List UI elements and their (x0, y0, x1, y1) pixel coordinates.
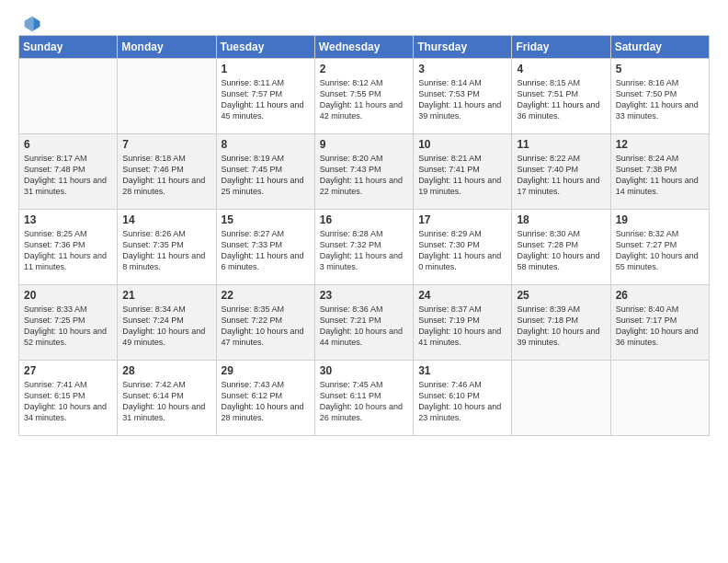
calendar-week-row-3: 20Sunrise: 8:33 AM Sunset: 7:25 PM Dayli… (19, 285, 710, 361)
calendar-cell-w0d0 (19, 59, 118, 134)
calendar-cell-w0d4: 3Sunrise: 8:14 AM Sunset: 7:53 PM Daylig… (414, 59, 512, 134)
day-number: 2 (320, 63, 408, 75)
calendar-cell-w2d2: 15Sunrise: 8:27 AM Sunset: 7:33 PM Dayli… (216, 210, 314, 285)
calendar-table: SundayMondayTuesdayWednesdayThursdayFrid… (18, 35, 710, 436)
calendar-cell-w2d6: 19Sunrise: 8:32 AM Sunset: 7:27 PM Dayli… (610, 210, 709, 285)
day-number: 29 (222, 364, 310, 377)
calendar-cell-w4d1: 28Sunrise: 7:42 AM Sunset: 6:14 PM Dayli… (118, 361, 216, 436)
day-info: Sunrise: 8:32 AM Sunset: 7:27 PM Dayligh… (616, 228, 704, 273)
day-info: Sunrise: 8:40 AM Sunset: 7:17 PM Dayligh… (616, 304, 704, 349)
logo (18, 15, 41, 29)
day-info: Sunrise: 7:45 AM Sunset: 6:11 PM Dayligh… (320, 379, 408, 424)
day-number: 7 (122, 138, 210, 151)
calendar-cell-w3d0: 20Sunrise: 8:33 AM Sunset: 7:25 PM Dayli… (19, 285, 118, 361)
day-info: Sunrise: 8:37 AM Sunset: 7:19 PM Dayligh… (418, 304, 506, 349)
calendar-header-monday: Monday (118, 36, 216, 59)
calendar-cell-w4d3: 30Sunrise: 7:45 AM Sunset: 6:11 PM Dayli… (314, 361, 413, 436)
calendar-header-thursday: Thursday (414, 36, 512, 59)
calendar-cell-w2d5: 18Sunrise: 8:30 AM Sunset: 7:28 PM Dayli… (512, 210, 610, 285)
calendar-week-row-0: 1Sunrise: 8:11 AM Sunset: 7:57 PM Daylig… (19, 59, 710, 134)
calendar-header-friday: Friday (512, 36, 610, 59)
day-number: 23 (320, 289, 408, 302)
calendar-header-saturday: Saturday (610, 36, 709, 59)
calendar-cell-w3d1: 21Sunrise: 8:34 AM Sunset: 7:24 PM Dayli… (118, 285, 216, 361)
calendar-cell-w1d3: 9Sunrise: 8:20 AM Sunset: 7:43 PM Daylig… (314, 134, 413, 210)
day-info: Sunrise: 8:39 AM Sunset: 7:18 PM Dayligh… (517, 304, 605, 349)
calendar-cell-w3d3: 23Sunrise: 8:36 AM Sunset: 7:21 PM Dayli… (314, 285, 413, 361)
day-number: 24 (418, 289, 506, 302)
day-info: Sunrise: 8:28 AM Sunset: 7:32 PM Dayligh… (320, 228, 408, 273)
calendar-cell-w4d5 (512, 361, 610, 436)
calendar-cell-w1d0: 6Sunrise: 8:17 AM Sunset: 7:48 PM Daylig… (19, 134, 118, 210)
day-info: Sunrise: 8:21 AM Sunset: 7:41 PM Dayligh… (418, 153, 506, 198)
day-info: Sunrise: 8:29 AM Sunset: 7:30 PM Dayligh… (418, 228, 506, 273)
day-number: 10 (418, 138, 506, 151)
calendar-cell-w1d4: 10Sunrise: 8:21 AM Sunset: 7:41 PM Dayli… (414, 134, 512, 210)
day-number: 9 (320, 138, 408, 151)
day-number: 6 (24, 138, 112, 151)
calendar-cell-w0d1 (118, 59, 216, 134)
calendar-week-row-4: 27Sunrise: 7:41 AM Sunset: 6:15 PM Dayli… (19, 361, 710, 436)
day-number: 20 (24, 289, 112, 302)
day-number: 17 (418, 213, 506, 226)
calendar-cell-w1d2: 8Sunrise: 8:19 AM Sunset: 7:45 PM Daylig… (216, 134, 314, 210)
day-number: 30 (320, 364, 408, 377)
calendar-header-row: SundayMondayTuesdayWednesdayThursdayFrid… (19, 36, 710, 59)
day-number: 4 (517, 63, 605, 75)
day-info: Sunrise: 8:17 AM Sunset: 7:48 PM Dayligh… (24, 153, 112, 198)
day-number: 28 (122, 364, 210, 377)
header (18, 15, 710, 29)
day-info: Sunrise: 8:24 AM Sunset: 7:38 PM Dayligh… (616, 153, 704, 198)
calendar-cell-w4d2: 29Sunrise: 7:43 AM Sunset: 6:12 PM Dayli… (216, 361, 314, 436)
calendar-cell-w2d1: 14Sunrise: 8:26 AM Sunset: 7:35 PM Dayli… (118, 210, 216, 285)
day-info: Sunrise: 8:36 AM Sunset: 7:21 PM Dayligh… (320, 304, 408, 349)
calendar-cell-w0d2: 1Sunrise: 8:11 AM Sunset: 7:57 PM Daylig… (216, 59, 314, 134)
day-info: Sunrise: 7:46 AM Sunset: 6:10 PM Dayligh… (418, 379, 506, 424)
calendar-cell-w1d5: 11Sunrise: 8:22 AM Sunset: 7:40 PM Dayli… (512, 134, 610, 210)
calendar-header-sunday: Sunday (19, 36, 118, 59)
day-info: Sunrise: 8:12 AM Sunset: 7:55 PM Dayligh… (320, 77, 408, 122)
day-info: Sunrise: 8:18 AM Sunset: 7:46 PM Dayligh… (122, 153, 210, 198)
day-number: 3 (418, 63, 506, 75)
calendar-cell-w0d5: 4Sunrise: 8:15 AM Sunset: 7:51 PM Daylig… (512, 59, 610, 134)
day-info: Sunrise: 8:11 AM Sunset: 7:57 PM Dayligh… (222, 77, 310, 122)
calendar-week-row-1: 6Sunrise: 8:17 AM Sunset: 7:48 PM Daylig… (19, 134, 710, 210)
calendar-cell-w3d2: 22Sunrise: 8:35 AM Sunset: 7:22 PM Dayli… (216, 285, 314, 361)
day-info: Sunrise: 8:26 AM Sunset: 7:35 PM Dayligh… (122, 228, 210, 273)
day-info: Sunrise: 8:19 AM Sunset: 7:45 PM Dayligh… (222, 153, 310, 198)
logo-icon (23, 15, 41, 33)
calendar-cell-w2d0: 13Sunrise: 8:25 AM Sunset: 7:36 PM Dayli… (19, 210, 118, 285)
calendar-cell-w3d5: 25Sunrise: 8:39 AM Sunset: 7:18 PM Dayli… (512, 285, 610, 361)
day-number: 11 (517, 138, 605, 151)
day-number: 22 (222, 289, 310, 302)
calendar-cell-w1d6: 12Sunrise: 8:24 AM Sunset: 7:38 PM Dayli… (610, 134, 709, 210)
day-number: 27 (24, 364, 112, 377)
day-info: Sunrise: 8:33 AM Sunset: 7:25 PM Dayligh… (24, 304, 112, 349)
calendar-header-wednesday: Wednesday (314, 36, 413, 59)
calendar-cell-w4d0: 27Sunrise: 7:41 AM Sunset: 6:15 PM Dayli… (19, 361, 118, 436)
day-number: 21 (122, 289, 210, 302)
day-info: Sunrise: 7:41 AM Sunset: 6:15 PM Dayligh… (24, 379, 112, 424)
day-number: 1 (222, 63, 310, 75)
day-info: Sunrise: 8:27 AM Sunset: 7:33 PM Dayligh… (222, 228, 310, 273)
day-number: 13 (24, 213, 112, 226)
calendar-cell-w2d3: 16Sunrise: 8:28 AM Sunset: 7:32 PM Dayli… (314, 210, 413, 285)
day-number: 26 (616, 289, 704, 302)
calendar-cell-w4d4: 31Sunrise: 7:46 AM Sunset: 6:10 PM Dayli… (414, 361, 512, 436)
day-number: 8 (222, 138, 310, 151)
day-info: Sunrise: 8:20 AM Sunset: 7:43 PM Dayligh… (320, 153, 408, 198)
day-number: 19 (616, 213, 704, 226)
day-number: 16 (320, 213, 408, 226)
day-number: 5 (616, 63, 704, 75)
day-number: 25 (517, 289, 605, 302)
day-info: Sunrise: 8:16 AM Sunset: 7:50 PM Dayligh… (616, 77, 704, 122)
calendar-header-tuesday: Tuesday (216, 36, 314, 59)
day-number: 14 (122, 213, 210, 226)
calendar-cell-w1d1: 7Sunrise: 8:18 AM Sunset: 7:46 PM Daylig… (118, 134, 216, 210)
calendar-cell-w4d6 (610, 361, 709, 436)
day-number: 15 (222, 213, 310, 226)
calendar-cell-w3d6: 26Sunrise: 8:40 AM Sunset: 7:17 PM Dayli… (610, 285, 709, 361)
day-number: 31 (418, 364, 506, 377)
day-info: Sunrise: 8:35 AM Sunset: 7:22 PM Dayligh… (222, 304, 310, 349)
day-info: Sunrise: 7:42 AM Sunset: 6:14 PM Dayligh… (122, 379, 210, 424)
